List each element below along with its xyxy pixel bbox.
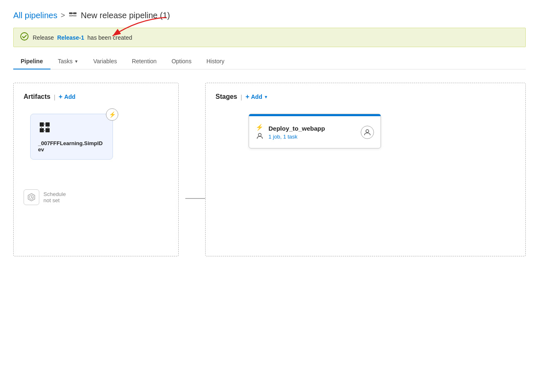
artifact-trigger-icon: ⚡ bbox=[106, 108, 118, 121]
artifacts-add-button[interactable]: + Add bbox=[59, 93, 76, 100]
plus-icon: + bbox=[59, 93, 62, 100]
pipeline-area: Artifacts | + Add ⚡ bbox=[13, 83, 526, 256]
artifact-card[interactable]: ⚡ _007FFF bbox=[30, 114, 113, 160]
artifacts-header: Artifacts | + Add bbox=[24, 93, 168, 100]
tab-tasks[interactable]: Tasks ▼ bbox=[50, 54, 86, 69]
pipeline-title: New release pipeline (1) bbox=[81, 11, 170, 20]
stages-section: Stages | + Add ▼ ⚡ bbox=[205, 83, 526, 256]
tab-variables[interactable]: Variables bbox=[86, 54, 124, 69]
notification-banner: Release Release-1 has been created bbox=[13, 28, 526, 47]
artifact-database-icon bbox=[38, 121, 105, 137]
stages-add-label: Add bbox=[251, 93, 262, 100]
tab-retention[interactable]: Retention bbox=[125, 54, 164, 69]
artifacts-divider: | bbox=[54, 93, 55, 100]
svg-point-7 bbox=[21, 33, 28, 40]
release-link[interactable]: Release-1 bbox=[57, 34, 84, 41]
pipeline-icon bbox=[68, 10, 77, 21]
add-label: Add bbox=[64, 93, 75, 100]
tab-pipeline[interactable]: Pipeline bbox=[13, 54, 50, 69]
stages-add-button[interactable]: + Add ▼ bbox=[245, 93, 268, 100]
schedule-label: Schedule bbox=[43, 191, 66, 197]
svg-rect-0 bbox=[69, 12, 72, 14]
schedule-value: not set bbox=[43, 197, 66, 203]
stage-card[interactable]: ⚡ Deploy_to_webapp 1 job, 1 task bbox=[249, 114, 381, 148]
breadcrumb: All pipelines > New release pipeline (1) bbox=[13, 10, 526, 21]
stage-trigger-icons: ⚡ bbox=[256, 124, 264, 141]
stages-add-chevron-icon: ▼ bbox=[264, 95, 268, 99]
svg-rect-2 bbox=[69, 15, 72, 17]
success-icon bbox=[20, 32, 29, 43]
stages-header: Stages | + Add ▼ bbox=[216, 93, 515, 100]
stage-person-icon bbox=[256, 133, 263, 141]
artifacts-section: Artifacts | + Add ⚡ bbox=[13, 83, 179, 256]
svg-rect-15 bbox=[48, 126, 48, 129]
svg-rect-3 bbox=[73, 15, 77, 17]
svg-point-21 bbox=[366, 129, 369, 132]
stages-plus-icon: + bbox=[245, 93, 249, 100]
svg-point-20 bbox=[258, 134, 261, 136]
svg-rect-9 bbox=[46, 122, 50, 127]
stages-title: Stages bbox=[216, 93, 237, 100]
notification-prefix: Release bbox=[33, 34, 54, 41]
stage-info: Deploy_to_webapp 1 job, 1 task bbox=[268, 125, 356, 140]
all-pipelines-link[interactable]: All pipelines bbox=[13, 11, 57, 20]
svg-rect-1 bbox=[73, 12, 77, 14]
tab-history[interactable]: History bbox=[199, 54, 232, 69]
stage-lightning-icon: ⚡ bbox=[256, 124, 264, 131]
artifact-name: _007FFFLearning.SimplDev bbox=[38, 140, 105, 153]
stage-post-deploy-icon bbox=[361, 126, 374, 139]
stage-name: Deploy_to_webapp bbox=[268, 125, 356, 132]
svg-rect-8 bbox=[40, 122, 44, 127]
svg-rect-13 bbox=[43, 130, 46, 131]
breadcrumb-separator: > bbox=[61, 11, 65, 20]
stage-tasks: 1 job, 1 task bbox=[268, 134, 356, 140]
tab-options[interactable]: Options bbox=[164, 54, 199, 69]
artifacts-title: Artifacts bbox=[24, 93, 50, 100]
tasks-chevron-icon: ▼ bbox=[74, 59, 78, 64]
svg-rect-12 bbox=[43, 124, 46, 124]
notification-text: Release Release-1 has been created bbox=[33, 34, 132, 41]
schedule-badge[interactable]: Schedule not set bbox=[24, 189, 168, 205]
tabs-bar: Pipeline Tasks ▼ Variables Retention Opt… bbox=[13, 54, 526, 69]
schedule-text: Schedule not set bbox=[43, 191, 66, 203]
svg-rect-11 bbox=[46, 128, 50, 132]
stage-card-body: ⚡ Deploy_to_webapp 1 job, 1 task bbox=[249, 116, 381, 148]
svg-rect-14 bbox=[41, 126, 42, 129]
svg-rect-10 bbox=[40, 128, 44, 132]
connector-line bbox=[185, 198, 205, 199]
schedule-icon bbox=[24, 189, 39, 205]
notification-suffix: has been created bbox=[87, 34, 132, 41]
stages-divider: | bbox=[240, 93, 242, 100]
svg-line-19 bbox=[31, 197, 33, 198]
